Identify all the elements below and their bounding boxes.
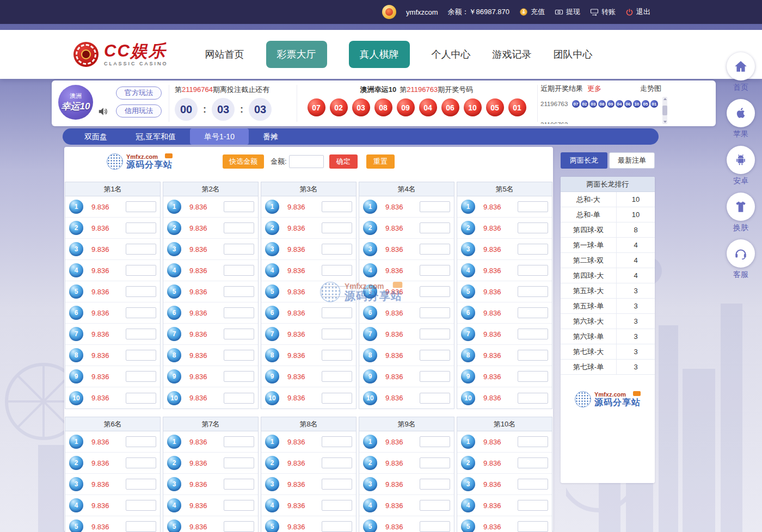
bet-amount-input[interactable] [420, 244, 450, 255]
bet-amount-input[interactable] [224, 201, 254, 212]
site-logo[interactable]: CC娱乐 CLASSIC CASINO [73, 42, 168, 67]
nav-item-1[interactable]: 网站首页 [205, 48, 244, 61]
bet-amount-input[interactable] [224, 393, 254, 404]
bet-amount-input[interactable] [322, 500, 352, 511]
bet-amount-input[interactable] [322, 350, 352, 361]
bet-amount-input[interactable] [322, 222, 352, 233]
bet-amount-input[interactable] [126, 371, 156, 382]
bet-amount-input[interactable] [518, 521, 548, 532]
bet-amount-input[interactable] [126, 350, 156, 361]
confirm-button[interactable]: 确定 [329, 154, 358, 169]
bet-amount-input[interactable] [322, 371, 352, 382]
bet-amount-input[interactable] [224, 286, 254, 297]
bet-amount-input[interactable] [518, 393, 548, 404]
amount-input[interactable] [289, 155, 324, 168]
bet-amount-input[interactable] [518, 244, 548, 255]
bet-amount-input[interactable] [518, 436, 548, 447]
sound-icon[interactable] [98, 107, 108, 119]
bet-amount-input[interactable] [126, 222, 156, 233]
recharge-link[interactable]: 充值 [519, 7, 545, 17]
credit-play-button[interactable]: 信用玩法 [116, 104, 162, 117]
bet-amount-input[interactable] [420, 307, 450, 318]
reset-button[interactable]: 重置 [366, 154, 395, 169]
bet-amount-input[interactable] [224, 479, 254, 490]
bet-amount-input[interactable] [126, 479, 156, 490]
nav-item-3[interactable]: 真人棋牌 [349, 41, 410, 68]
bet-amount-input[interactable] [518, 350, 548, 361]
tab-latest-orders[interactable]: 最新注单 [609, 152, 655, 169]
bet-amount-input[interactable] [126, 521, 156, 532]
bet-amount-input[interactable] [322, 265, 352, 276]
withdraw-link[interactable]: 提现 [555, 7, 580, 17]
nav-item-6[interactable]: 团队中心 [554, 48, 593, 61]
bet-amount-input[interactable] [126, 265, 156, 276]
nav-item-4[interactable]: 个人中心 [432, 48, 471, 61]
trend-chart-link[interactable]: 走势图 [640, 84, 661, 94]
bet-amount-input[interactable] [518, 371, 548, 382]
bet-amount-input[interactable] [518, 307, 548, 318]
bet-amount-input[interactable] [322, 286, 352, 297]
bet-amount-input[interactable] [420, 222, 450, 233]
official-play-button[interactable]: 官方玩法 [116, 86, 162, 100]
bet-tab-4[interactable]: 番摊 [249, 128, 292, 145]
bet-amount-input[interactable] [126, 329, 156, 339]
bet-amount-input[interactable] [126, 201, 156, 212]
nav-item-2[interactable]: 彩票大厅 [266, 41, 327, 68]
tab-two-side-dragon[interactable]: 两面长龙 [561, 152, 607, 169]
bet-amount-input[interactable] [126, 393, 156, 404]
bet-tab-3[interactable]: 单号1-10 [190, 128, 249, 145]
bet-amount-input[interactable] [518, 500, 548, 511]
bet-amount-input[interactable] [518, 201, 548, 212]
bet-amount-input[interactable] [322, 244, 352, 255]
float-android[interactable]: 安卓 [727, 146, 755, 186]
bet-amount-input[interactable] [224, 350, 254, 361]
bet-amount-input[interactable] [420, 350, 450, 361]
bet-amount-input[interactable] [518, 329, 548, 339]
bet-amount-input[interactable] [518, 457, 548, 468]
bet-amount-input[interactable] [322, 436, 352, 447]
bet-amount-input[interactable] [420, 521, 450, 532]
bet-amount-input[interactable] [224, 329, 254, 339]
bet-amount-input[interactable] [518, 286, 548, 297]
bet-amount-input[interactable] [420, 329, 450, 339]
quick-amount-button[interactable]: 快选金额 [223, 154, 264, 169]
recent-scrollbar[interactable] [662, 97, 667, 124]
bet-amount-input[interactable] [126, 286, 156, 297]
bet-amount-input[interactable] [224, 521, 254, 532]
bet-amount-input[interactable] [224, 457, 254, 468]
bet-amount-input[interactable] [322, 521, 352, 532]
bet-amount-input[interactable] [518, 265, 548, 276]
bet-amount-input[interactable] [322, 329, 352, 339]
bet-amount-input[interactable] [126, 307, 156, 318]
nav-item-5[interactable]: 游戏记录 [493, 48, 532, 61]
float-apple[interactable]: 苹果 [727, 99, 755, 139]
bet-amount-input[interactable] [420, 393, 450, 404]
bet-tab-2[interactable]: 冠,亚军和值 [121, 128, 190, 145]
bet-amount-input[interactable] [420, 371, 450, 382]
bet-amount-input[interactable] [518, 222, 548, 233]
bet-amount-input[interactable] [224, 222, 254, 233]
logout-link[interactable]: 退出 [625, 7, 650, 17]
bet-amount-input[interactable] [518, 479, 548, 490]
bet-amount-input[interactable] [420, 500, 450, 511]
transfer-link[interactable]: 转账 [590, 7, 616, 17]
bet-amount-input[interactable] [322, 457, 352, 468]
bet-amount-input[interactable] [224, 371, 254, 382]
bet-amount-input[interactable] [126, 244, 156, 255]
bet-amount-input[interactable] [126, 457, 156, 468]
float-service[interactable]: 客服 [727, 239, 755, 280]
bet-amount-input[interactable] [224, 244, 254, 255]
bet-amount-input[interactable] [126, 436, 156, 447]
bet-amount-input[interactable] [420, 286, 450, 297]
bet-amount-input[interactable] [322, 393, 352, 404]
bet-amount-input[interactable] [420, 479, 450, 490]
bet-amount-input[interactable] [420, 201, 450, 212]
bet-amount-input[interactable] [224, 307, 254, 318]
bet-amount-input[interactable] [126, 500, 156, 511]
bet-amount-input[interactable] [322, 307, 352, 318]
bet-tab-1[interactable]: 双面盘 [70, 128, 121, 145]
bet-amount-input[interactable] [420, 265, 450, 276]
float-skin[interactable]: 换肤 [727, 193, 755, 233]
bet-amount-input[interactable] [224, 436, 254, 447]
bet-amount-input[interactable] [322, 479, 352, 490]
